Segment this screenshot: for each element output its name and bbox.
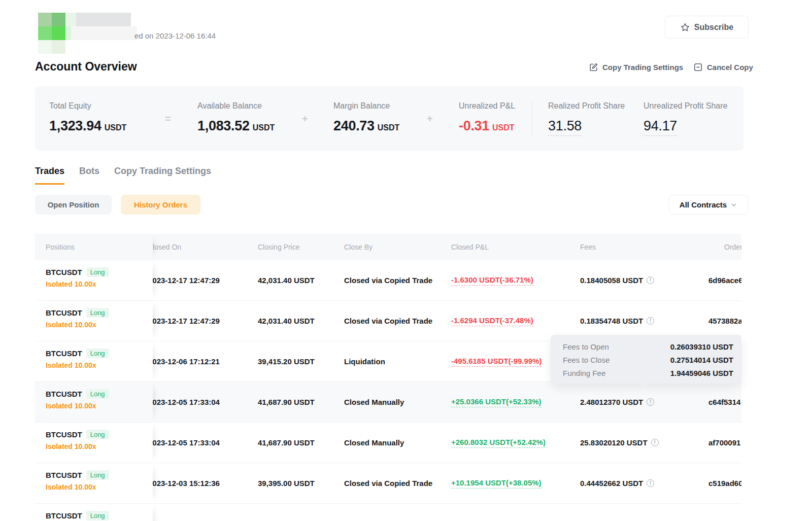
order-no-cell: c519ad60 <box>708 479 741 488</box>
table-row: BTCUSDT Long Isolated 10.00x 2023-12-05 … <box>35 382 741 423</box>
fees-value: 0.44452662 USDT <box>580 479 643 488</box>
contract-filter-dropdown[interactable]: All Contracts <box>669 195 748 215</box>
table-row: BTCUSDT Long Isolated 10.00x 2023-12-03 … <box>35 463 741 504</box>
fees-cell: 0.44452662 USDT ! <box>580 479 708 488</box>
stat-value: -0.31 <box>459 118 489 134</box>
closed-on-cell: 2023-12-17 12:47:29 <box>153 276 258 285</box>
stat-value: 94.17 <box>644 118 677 136</box>
symbol: BTCUSDT <box>46 471 82 479</box>
star-icon <box>680 22 690 32</box>
cancel-copy-link[interactable]: Cancel Copy <box>693 62 753 72</box>
closed-on-cell: 2023-12-06 17:12:21 <box>153 357 258 366</box>
fees-cell: 25.83020120 USDT ! <box>580 438 708 447</box>
fees-value: 0.18354748 USDT <box>580 317 643 325</box>
table-header: Positions Closed On Closing Price Close … <box>35 234 741 260</box>
tooltip-value: 0.26039310 USDT <box>670 342 733 351</box>
blurred-username <box>76 13 131 26</box>
symbol: BTCUSDT <box>46 308 82 317</box>
stat-unit: USDT <box>492 123 515 132</box>
tooltip-label: Funding Fee <box>563 369 605 377</box>
margin-leverage: Isolated 10.00x <box>46 402 153 410</box>
positions-cell: BTCUSDT Long <box>35 504 153 521</box>
fees-value: 25.83020120 USDT <box>580 438 648 447</box>
table-row: BTCUSDT Long <box>35 504 741 521</box>
contract-filter-label: All Contracts <box>680 200 727 209</box>
tab-copy-trading-settings[interactable]: Copy Trading Settings <box>114 166 211 185</box>
stat-label: Margin Balance <box>333 101 399 111</box>
close-by-cell: Closed via Copied Trade <box>344 276 451 285</box>
side-badge: Long <box>86 430 109 439</box>
stat-unit: USDT <box>378 123 400 132</box>
stat-item: Unrealized Profit Share 94.17 <box>644 101 727 136</box>
stat-operator: + <box>302 113 308 125</box>
blurred-avatar <box>37 7 138 50</box>
positions-cell: BTCUSDT Long Isolated 10.00x <box>35 341 153 381</box>
fees-value: 2.48012370 USDT <box>580 398 643 406</box>
side-badge: Long <box>86 267 109 277</box>
copy-trading-settings-label: Copy Trading Settings <box>602 63 683 72</box>
order-no-cell: 4573882a <box>708 317 741 325</box>
stat-label: Unrealized Profit Share <box>644 101 727 111</box>
side-badge: Long <box>86 349 109 358</box>
tooltip-value: 1.94459046 USDT <box>670 369 733 377</box>
copy-trading-settings-link[interactable]: Copy Trading Settings <box>589 62 683 72</box>
symbol: BTCUSDT <box>46 268 82 276</box>
stat-value: 1,083.52 <box>197 118 250 134</box>
page-title: Account Overview <box>35 60 137 74</box>
stat-label: Available Balance <box>197 101 275 111</box>
open-position-button[interactable]: Open Position <box>35 195 112 215</box>
symbol: BTCUSDT <box>46 511 82 520</box>
info-icon[interactable]: ! <box>647 317 654 325</box>
stat-operator: + <box>427 113 433 125</box>
closed-pnl-cell: -1.6300 USDT(-36.71%) <box>451 275 580 286</box>
info-icon[interactable]: ! <box>651 439 659 446</box>
tab-trades[interactable]: Trades <box>35 166 64 185</box>
side-badge: Long <box>86 511 109 520</box>
subscribe-button[interactable]: Subscribe <box>665 16 749 39</box>
column-closed-on: Closed On <box>153 243 258 251</box>
stat-item: Margin Balance 240.73 USDT <box>333 101 399 134</box>
info-icon[interactable]: ! <box>647 398 654 406</box>
fees-tooltip: Fees to Open 0.26039310 USDT Fees to Clo… <box>551 335 741 384</box>
stat-unit: USDT <box>105 123 127 132</box>
tooltip-label: Fees to Close <box>563 356 610 364</box>
closed-pnl-cell: +25.0366 USDT(+52.33%) <box>451 397 580 407</box>
closed-pnl-cell: +10.1954 USDT(+38.05%) <box>451 478 580 489</box>
stat-item: Available Balance 1,083.52 USDT <box>197 101 275 134</box>
symbol: BTCUSDT <box>46 390 82 398</box>
fees-cell: 0.18354748 USDT ! <box>580 317 708 325</box>
stat-value: 240.73 <box>333 118 375 134</box>
margin-leverage: Isolated 10.00x <box>46 280 153 288</box>
side-badge: Long <box>86 470 109 480</box>
side-badge: Long <box>86 308 109 318</box>
symbol: BTCUSDT <box>46 430 82 439</box>
positions-cell: BTCUSDT Long Isolated 10.00x <box>35 301 153 341</box>
column-closed-pnl: Closed P&L <box>451 243 580 251</box>
info-icon[interactable]: ! <box>647 479 654 487</box>
tab-bots[interactable]: Bots <box>79 166 99 185</box>
history-orders-button[interactable]: History Orders <box>121 195 200 215</box>
history-orders-label: History Orders <box>134 200 187 209</box>
symbol: BTCUSDT <box>46 349 82 358</box>
tooltip-value: 0.27514014 USDT <box>670 356 733 364</box>
stat-item: Total Equity 1,323.94 USDT <box>49 101 126 134</box>
close-by-cell: Liquidation <box>344 357 451 366</box>
closed-pnl-cell: +260.8032 USDT(+52.42%) <box>451 438 580 448</box>
margin-leverage: Isolated 10.00x <box>46 483 153 491</box>
stat-item: Unrealized P&L -0.31 USDT <box>459 101 515 134</box>
margin-leverage: Isolated 10.00x <box>46 361 153 369</box>
close-by-cell: Closed via Copied Trade <box>344 317 451 325</box>
minus-square-icon <box>693 62 703 72</box>
stats-divider <box>532 100 532 136</box>
closing-price-cell: 41,687.90 USDT <box>258 438 344 447</box>
stat-label: Realized Profit Share <box>548 101 625 111</box>
positions-cell: BTCUSDT Long Isolated 10.00x <box>35 463 153 503</box>
info-icon[interactable]: ! <box>647 276 654 284</box>
positions-cell: BTCUSDT Long Isolated 10.00x <box>35 382 153 422</box>
cancel-copy-label: Cancel Copy <box>707 63 753 72</box>
order-no-cell: 6d96ace6 <box>708 276 741 285</box>
close-by-cell: Closed via Copied Trade <box>344 479 451 488</box>
tooltip-caret <box>640 383 649 388</box>
positions-cell: BTCUSDT Long Isolated 10.00x <box>35 260 153 300</box>
closing-price-cell: 41,687.90 USDT <box>258 398 344 406</box>
